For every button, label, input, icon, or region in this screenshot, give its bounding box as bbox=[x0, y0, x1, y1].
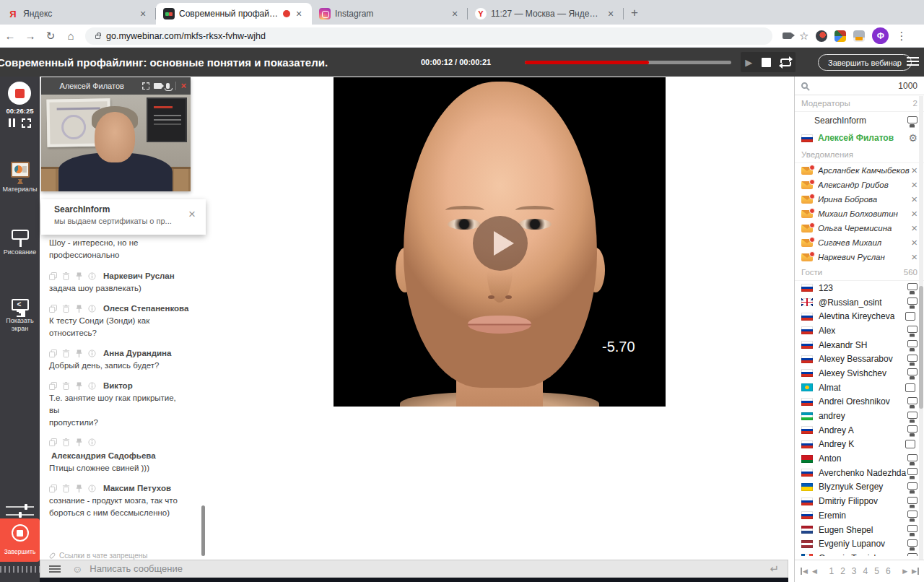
dismiss-icon[interactable]: × bbox=[911, 253, 918, 261]
prev-page-icon[interactable]: ◀ bbox=[812, 568, 817, 575]
input-menu-icon[interactable] bbox=[49, 564, 61, 574]
new-tab-button[interactable]: + bbox=[631, 6, 638, 20]
header-menu-icon[interactable] bbox=[907, 57, 919, 68]
play-icon[interactable]: ▶ bbox=[745, 57, 752, 68]
copy-icon[interactable] bbox=[49, 485, 57, 492]
info-icon[interactable] bbox=[88, 272, 96, 280]
tab-yandex-weather[interactable]: Y 11:27 — Москва — Яндекс.Вр × bbox=[468, 3, 624, 25]
guest-row[interactable]: andrey bbox=[795, 409, 924, 423]
chat-feed[interactable]: Шоу - интересно, но не профессионально Н… bbox=[49, 237, 199, 529]
guest-row[interactable]: Dmitriy Filippov bbox=[795, 494, 924, 508]
sidebar-item-materials[interactable]: Материалы bbox=[0, 162, 40, 193]
tab-close-icon[interactable]: × bbox=[605, 8, 616, 19]
searchinform-notification-card[interactable]: SearchInform мы выдаем сертификаты о пр.… bbox=[41, 199, 206, 235]
notification-close-icon[interactable]: × bbox=[188, 209, 196, 220]
tile-camera-icon[interactable] bbox=[154, 83, 162, 89]
page-number[interactable]: 1 bbox=[829, 566, 834, 576]
moderator-row-filatov[interactable]: Алексей Филатов ⚙ bbox=[795, 129, 924, 147]
info-icon[interactable] bbox=[88, 382, 96, 390]
guest-row[interactable]: 123 bbox=[795, 281, 924, 295]
home-icon[interactable]: ⌂ bbox=[61, 30, 81, 42]
guest-row[interactable]: Almat bbox=[795, 381, 924, 395]
tile-close-icon[interactable]: × bbox=[180, 82, 186, 90]
page-number[interactable]: 3 bbox=[852, 566, 857, 576]
guest-row[interactable]: Andrey A bbox=[795, 423, 924, 438]
guest-row[interactable]: Alevtina Kireycheva bbox=[795, 309, 924, 323]
tab-yandex[interactable]: Я Яндекс × bbox=[0, 3, 156, 25]
delete-icon[interactable] bbox=[62, 438, 70, 446]
dismiss-icon[interactable]: × bbox=[911, 238, 918, 247]
delete-icon[interactable] bbox=[62, 382, 70, 390]
record-button[interactable] bbox=[8, 82, 31, 105]
notification-row[interactable]: Сигачев Михаил × bbox=[795, 235, 924, 250]
address-bar[interactable]: go.mywebinar.com/mkfs-rksx-fvhw-wjhd bbox=[85, 27, 772, 45]
sidebar-item-drawing[interactable]: Рисование bbox=[0, 230, 40, 256]
info-icon[interactable] bbox=[88, 305, 96, 313]
guests-list[interactable]: 123 @Russian_osint Alevtina Kireycheva A… bbox=[795, 281, 924, 556]
guest-row[interactable]: Averchenko Nadezhda bbox=[795, 466, 924, 480]
emoji-icon[interactable]: ☺ bbox=[72, 563, 82, 575]
fullscreen-icon[interactable] bbox=[22, 118, 31, 128]
guest-row[interactable]: Alexandr SH bbox=[795, 338, 924, 352]
delete-icon[interactable] bbox=[62, 305, 70, 313]
forward-icon[interactable]: → bbox=[20, 30, 40, 42]
next-page-icon[interactable]: ▶ bbox=[902, 568, 907, 575]
message-input-placeholder[interactable]: Написать сообщение bbox=[90, 563, 770, 574]
guest-row[interactable]: @Russian_osint bbox=[795, 295, 924, 310]
first-page-icon[interactable]: ◀ bbox=[801, 568, 808, 575]
guest-row[interactable]: Alex bbox=[795, 323, 924, 338]
delete-icon[interactable] bbox=[62, 485, 70, 492]
last-page-icon[interactable]: ▶ bbox=[912, 568, 919, 575]
info-icon[interactable] bbox=[88, 349, 96, 357]
copy-icon[interactable] bbox=[49, 272, 57, 280]
guest-row[interactable]: Andrey K bbox=[795, 438, 924, 452]
guest-row[interactable]: Evgeniy Lupanov bbox=[795, 537, 924, 551]
video-play-button[interactable] bbox=[473, 216, 528, 271]
dismiss-icon[interactable]: × bbox=[911, 181, 918, 189]
guest-row[interactable]: Andrei Oreshnikov bbox=[795, 395, 924, 409]
dismiss-icon[interactable]: × bbox=[911, 166, 918, 175]
copy-icon[interactable] bbox=[49, 305, 57, 313]
info-icon[interactable] bbox=[88, 438, 96, 446]
back-icon[interactable]: ← bbox=[0, 30, 20, 42]
end-webinar-button[interactable]: Завершить вебинар bbox=[818, 54, 912, 71]
dismiss-icon[interactable]: × bbox=[911, 195, 918, 204]
delete-icon[interactable] bbox=[62, 349, 70, 357]
tile-fullscreen-icon[interactable] bbox=[142, 82, 149, 90]
delete-icon[interactable] bbox=[62, 272, 70, 280]
pin-icon[interactable] bbox=[75, 382, 83, 390]
gear-icon[interactable]: ⚙ bbox=[908, 132, 918, 144]
participants-search[interactable]: 1000 bbox=[795, 77, 924, 95]
page-number[interactable]: 6 bbox=[886, 566, 891, 576]
notification-row[interactable]: Ольга Черемисина × bbox=[795, 221, 924, 235]
notification-row[interactable]: Ирина Боброва × bbox=[795, 192, 924, 207]
page-number[interactable]: 2 bbox=[840, 566, 845, 576]
tab-close-icon[interactable]: × bbox=[449, 8, 461, 19]
extension-icon[interactable] bbox=[853, 30, 865, 42]
presenter-video-tile[interactable]: Алексей Филатов × bbox=[41, 77, 191, 191]
guest-row[interactable]: Alexey Bessarabov bbox=[795, 352, 924, 366]
loop-icon[interactable] bbox=[780, 58, 791, 66]
pause-icon[interactable] bbox=[9, 118, 15, 127]
profile-avatar[interactable]: Ф bbox=[872, 27, 889, 44]
finish-broadcast-button[interactable]: Завершить bbox=[0, 518, 40, 562]
guest-row[interactable]: Georgiy Tomichev bbox=[795, 551, 924, 556]
copy-icon[interactable] bbox=[49, 349, 57, 357]
tab-close-icon[interactable]: × bbox=[137, 8, 149, 19]
url-text[interactable]: go.mywebinar.com/mkfs-rksx-fvhw-wjhd bbox=[106, 31, 266, 41]
dismiss-icon[interactable]: × bbox=[911, 209, 918, 218]
sidebar-item-screen-share[interactable]: Показать экран bbox=[0, 299, 40, 333]
message-input-bar[interactable]: ☺ Написать сообщение ↵ bbox=[40, 560, 788, 578]
participants-scrollbar-thumb[interactable] bbox=[919, 286, 923, 409]
copy-icon[interactable] bbox=[49, 438, 57, 446]
guest-row[interactable]: Anton bbox=[795, 451, 924, 466]
page-number[interactable]: 5 bbox=[874, 566, 879, 576]
presentation-video[interactable]: -5.70 bbox=[334, 77, 666, 407]
tile-mic-icon[interactable] bbox=[166, 83, 170, 89]
browser-menu-icon[interactable]: ⋮ bbox=[896, 30, 907, 43]
tab-instagram[interactable]: Instagram × bbox=[312, 3, 468, 25]
guest-row[interactable]: Eugen Shepel bbox=[795, 523, 924, 537]
tab-webinar-active[interactable]: Современный профайлин × bbox=[156, 3, 312, 25]
notification-row[interactable]: Михаил Болховитин × bbox=[795, 207, 924, 221]
guest-row[interactable]: Blyznyuk Sergey bbox=[795, 480, 924, 495]
